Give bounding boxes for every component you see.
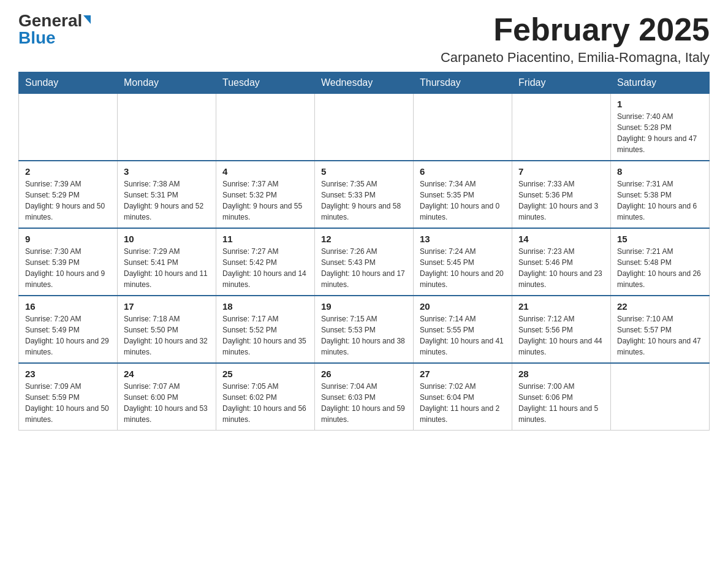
table-cell: 27Sunrise: 7:02 AMSunset: 6:04 PMDayligh… bbox=[414, 363, 512, 431]
day-number: 13 bbox=[420, 234, 506, 244]
day-info: Sunrise: 7:12 AMSunset: 5:56 PMDaylight:… bbox=[518, 313, 604, 358]
table-cell: 1Sunrise: 7:40 AMSunset: 5:28 PMDaylight… bbox=[611, 94, 710, 161]
table-cell: 24Sunrise: 7:07 AMSunset: 6:00 PMDayligh… bbox=[118, 363, 216, 431]
calendar-week-4: 16Sunrise: 7:20 AMSunset: 5:49 PMDayligh… bbox=[19, 296, 710, 363]
day-info: Sunrise: 7:05 AMSunset: 6:02 PMDaylight:… bbox=[222, 381, 308, 425]
day-number: 3 bbox=[124, 166, 210, 177]
day-number: 16 bbox=[25, 301, 111, 312]
table-cell bbox=[512, 94, 611, 161]
day-info: Sunrise: 7:21 AMSunset: 5:48 PMDaylight:… bbox=[617, 246, 703, 290]
day-number: 5 bbox=[321, 166, 407, 177]
day-number: 28 bbox=[518, 369, 604, 379]
day-info: Sunrise: 7:37 AMSunset: 5:32 PMDaylight:… bbox=[222, 178, 308, 223]
table-cell: 20Sunrise: 7:14 AMSunset: 5:55 PMDayligh… bbox=[414, 296, 512, 363]
day-number: 9 bbox=[25, 234, 111, 244]
day-number: 18 bbox=[222, 301, 308, 312]
calendar-table: Sunday Monday Tuesday Wednesday Thursday… bbox=[18, 72, 710, 431]
calendar-week-2: 2Sunrise: 7:39 AMSunset: 5:29 PMDaylight… bbox=[19, 161, 710, 228]
day-number: 7 bbox=[518, 166, 604, 177]
day-number: 11 bbox=[222, 234, 308, 244]
table-cell: 5Sunrise: 7:35 AMSunset: 5:33 PMDaylight… bbox=[315, 161, 414, 228]
day-info: Sunrise: 7:40 AMSunset: 5:28 PMDaylight:… bbox=[617, 111, 703, 155]
day-info: Sunrise: 7:34 AMSunset: 5:35 PMDaylight:… bbox=[420, 178, 506, 223]
day-info: Sunrise: 7:04 AMSunset: 6:03 PMDaylight:… bbox=[321, 381, 407, 425]
table-cell: 10Sunrise: 7:29 AMSunset: 5:41 PMDayligh… bbox=[118, 228, 216, 296]
day-info: Sunrise: 7:09 AMSunset: 5:59 PMDaylight:… bbox=[25, 381, 111, 425]
day-number: 8 bbox=[617, 166, 703, 177]
table-cell: 12Sunrise: 7:26 AMSunset: 5:43 PMDayligh… bbox=[315, 228, 414, 296]
day-number: 23 bbox=[25, 369, 111, 379]
day-info: Sunrise: 7:07 AMSunset: 6:00 PMDaylight:… bbox=[124, 381, 210, 425]
day-number: 4 bbox=[222, 166, 308, 177]
logo-general-text: General bbox=[18, 12, 82, 29]
table-cell: 8Sunrise: 7:31 AMSunset: 5:38 PMDaylight… bbox=[611, 161, 710, 228]
table-cell: 18Sunrise: 7:17 AMSunset: 5:52 PMDayligh… bbox=[216, 296, 315, 363]
day-number: 1 bbox=[617, 99, 703, 109]
table-cell: 17Sunrise: 7:18 AMSunset: 5:50 PMDayligh… bbox=[118, 296, 216, 363]
day-number: 21 bbox=[518, 301, 604, 312]
calendar-header-row: Sunday Monday Tuesday Wednesday Thursday… bbox=[19, 72, 710, 94]
page-header: General Blue February 2025 Carpaneto Pia… bbox=[18, 12, 710, 66]
col-sunday: Sunday bbox=[19, 72, 118, 94]
month-title: February 2025 bbox=[441, 12, 710, 47]
day-number: 25 bbox=[222, 369, 308, 379]
day-info: Sunrise: 7:27 AMSunset: 5:42 PMDaylight:… bbox=[222, 246, 308, 290]
day-info: Sunrise: 7:14 AMSunset: 5:55 PMDaylight:… bbox=[420, 313, 506, 358]
day-number: 17 bbox=[124, 301, 210, 312]
table-cell: 13Sunrise: 7:24 AMSunset: 5:45 PMDayligh… bbox=[414, 228, 512, 296]
day-number: 6 bbox=[420, 166, 506, 177]
col-friday: Friday bbox=[512, 72, 611, 94]
col-thursday: Thursday bbox=[414, 72, 512, 94]
day-info: Sunrise: 7:33 AMSunset: 5:36 PMDaylight:… bbox=[518, 178, 604, 223]
table-cell bbox=[216, 94, 315, 161]
table-cell: 22Sunrise: 7:10 AMSunset: 5:57 PMDayligh… bbox=[611, 296, 710, 363]
day-number: 26 bbox=[321, 369, 407, 379]
day-info: Sunrise: 7:26 AMSunset: 5:43 PMDaylight:… bbox=[321, 246, 407, 290]
table-cell: 14Sunrise: 7:23 AMSunset: 5:46 PMDayligh… bbox=[512, 228, 611, 296]
col-saturday: Saturday bbox=[611, 72, 710, 94]
table-cell bbox=[19, 94, 118, 161]
day-number: 19 bbox=[321, 301, 407, 312]
table-cell: 7Sunrise: 7:33 AMSunset: 5:36 PMDaylight… bbox=[512, 161, 611, 228]
table-cell: 23Sunrise: 7:09 AMSunset: 5:59 PMDayligh… bbox=[19, 363, 118, 431]
location-title: Carpaneto Piacentino, Emilia-Romagna, It… bbox=[441, 50, 710, 66]
table-cell bbox=[611, 363, 710, 431]
day-info: Sunrise: 7:24 AMSunset: 5:45 PMDaylight:… bbox=[420, 246, 506, 290]
day-number: 20 bbox=[420, 301, 506, 312]
day-info: Sunrise: 7:29 AMSunset: 5:41 PMDaylight:… bbox=[124, 246, 210, 290]
col-tuesday: Tuesday bbox=[216, 72, 315, 94]
table-cell: 4Sunrise: 7:37 AMSunset: 5:32 PMDaylight… bbox=[216, 161, 315, 228]
day-info: Sunrise: 7:38 AMSunset: 5:31 PMDaylight:… bbox=[124, 178, 210, 223]
table-cell: 11Sunrise: 7:27 AMSunset: 5:42 PMDayligh… bbox=[216, 228, 315, 296]
day-info: Sunrise: 7:18 AMSunset: 5:50 PMDaylight:… bbox=[124, 313, 210, 358]
day-info: Sunrise: 7:39 AMSunset: 5:29 PMDaylight:… bbox=[25, 178, 111, 223]
table-cell: 19Sunrise: 7:15 AMSunset: 5:53 PMDayligh… bbox=[315, 296, 414, 363]
day-number: 27 bbox=[420, 369, 506, 379]
day-number: 10 bbox=[124, 234, 210, 244]
table-cell: 16Sunrise: 7:20 AMSunset: 5:49 PMDayligh… bbox=[19, 296, 118, 363]
logo: General Blue bbox=[18, 12, 91, 47]
day-info: Sunrise: 7:23 AMSunset: 5:46 PMDaylight:… bbox=[518, 246, 604, 290]
col-monday: Monday bbox=[118, 72, 216, 94]
table-cell: 21Sunrise: 7:12 AMSunset: 5:56 PMDayligh… bbox=[512, 296, 611, 363]
day-info: Sunrise: 7:02 AMSunset: 6:04 PMDaylight:… bbox=[420, 381, 506, 425]
calendar-week-1: 1Sunrise: 7:40 AMSunset: 5:28 PMDaylight… bbox=[19, 94, 710, 161]
day-info: Sunrise: 7:35 AMSunset: 5:33 PMDaylight:… bbox=[321, 178, 407, 223]
day-number: 24 bbox=[124, 369, 210, 379]
calendar-week-5: 23Sunrise: 7:09 AMSunset: 5:59 PMDayligh… bbox=[19, 363, 710, 431]
table-cell: 26Sunrise: 7:04 AMSunset: 6:03 PMDayligh… bbox=[315, 363, 414, 431]
table-cell: 2Sunrise: 7:39 AMSunset: 5:29 PMDaylight… bbox=[19, 161, 118, 228]
table-cell: 25Sunrise: 7:05 AMSunset: 6:02 PMDayligh… bbox=[216, 363, 315, 431]
table-cell bbox=[414, 94, 512, 161]
day-info: Sunrise: 7:31 AMSunset: 5:38 PMDaylight:… bbox=[617, 178, 703, 223]
day-number: 14 bbox=[518, 234, 604, 244]
col-wednesday: Wednesday bbox=[315, 72, 414, 94]
table-cell: 9Sunrise: 7:30 AMSunset: 5:39 PMDaylight… bbox=[19, 228, 118, 296]
calendar-week-3: 9Sunrise: 7:30 AMSunset: 5:39 PMDaylight… bbox=[19, 228, 710, 296]
table-cell: 6Sunrise: 7:34 AMSunset: 5:35 PMDaylight… bbox=[414, 161, 512, 228]
table-cell: 15Sunrise: 7:21 AMSunset: 5:48 PMDayligh… bbox=[611, 228, 710, 296]
logo-arrow-icon bbox=[83, 15, 91, 24]
day-info: Sunrise: 7:15 AMSunset: 5:53 PMDaylight:… bbox=[321, 313, 407, 358]
day-number: 12 bbox=[321, 234, 407, 244]
title-block: February 2025 Carpaneto Piacentino, Emil… bbox=[441, 12, 710, 66]
